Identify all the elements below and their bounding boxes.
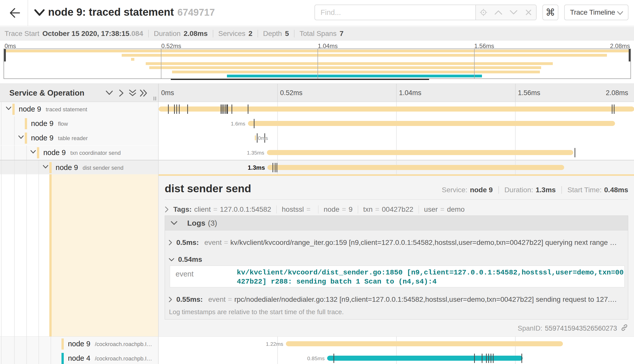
row-expand-chevron-icon[interactable]	[30, 150, 36, 155]
detail-title-separator	[165, 199, 628, 200]
timeline-tick-label: 0.52ms	[280, 89, 303, 97]
indent-guide	[14, 131, 15, 145]
minimap-span-bar	[227, 75, 482, 77]
column-resize-grip[interactable]	[153, 97, 157, 100]
log-entry[interactable]: 0.55ms:event=rpc/nodedialer/nodedialer.g…	[165, 292, 628, 307]
log-timestamp: 0.54ms	[178, 255, 202, 264]
collapse-title-chevron-icon[interactable]	[34, 8, 45, 17]
minimap-span-bar	[122, 54, 607, 57]
span-color-bar	[25, 133, 27, 144]
operation-name: traced statement	[46, 105, 87, 113]
summary-value: 7	[340, 30, 344, 38]
summary-value: 2	[248, 30, 252, 38]
log-field-value: kv/kvclient/kvcoord/dist_sender.go:1850 …	[237, 266, 624, 287]
trace-view-label: Trace Timeline	[570, 8, 615, 16]
log-field-value: kv/kvclient/kvcoord/range_iter.go:159 [n…	[230, 239, 617, 247]
tag-item: hostssl=	[282, 205, 313, 213]
find-group	[314, 5, 537, 20]
expand-one-chevron-right-icon[interactable]	[117, 89, 126, 97]
trace-view-select[interactable]: Trace Timeline	[564, 5, 628, 20]
span-detail-overview: Service:node 9Duration:1.3msStart Time:0…	[442, 186, 628, 194]
find-next-icon[interactable]	[509, 7, 519, 17]
service-name: node 9	[68, 340, 90, 348]
keyboard-shortcuts-button[interactable]: ⌘	[542, 5, 558, 20]
minimap-left-scrubber[interactable]	[4, 49, 6, 61]
row-expand-chevron-icon[interactable]	[43, 165, 49, 170]
find-input[interactable]	[315, 5, 475, 20]
operation-name: dist sender send	[83, 164, 123, 171]
span-log-tick	[225, 104, 226, 114]
span-log-tick	[521, 354, 522, 363]
command-icon: ⌘	[546, 7, 555, 18]
span-duration-bar[interactable]	[159, 106, 634, 112]
tags-expand-chevron-icon	[165, 206, 169, 213]
row-left-edge-guide	[1, 337, 2, 351]
minimap-span-bar	[149, 66, 541, 69]
find-prev-icon[interactable]	[493, 7, 503, 17]
tag-item: client=127.0.0.1:54582	[194, 205, 271, 213]
log-equals: =	[228, 295, 232, 304]
page-title: node 9: traced statement6749717	[48, 6, 215, 18]
span-row-node-9-traced-statement[interactable]: node 9traced statement	[0, 102, 634, 116]
row-expand-chevron-icon[interactable]	[18, 135, 24, 141]
row-left-edge-guide	[1, 145, 2, 160]
header-column-divider	[158, 84, 159, 102]
span-row-node-9-dist-sender-send[interactable]: node 9dist sender send1.3ms	[0, 160, 634, 174]
log-entry[interactable]: 0.5ms:event=kv/kvclient/kvcoord/range_it…	[165, 235, 628, 250]
span-row-node-9-table-reader[interactable]: node 9table reader0ms	[0, 131, 634, 145]
row-left-edge-guide	[1, 116, 2, 131]
find-icon-group	[475, 5, 536, 20]
span-duration-bar[interactable]	[248, 121, 615, 126]
span-log-tick	[222, 104, 223, 114]
timeline-header-gridline	[396, 84, 397, 102]
logs-accordion: Logs (3) 0.5ms:event=kv/kvclient/kvcoord…	[165, 216, 628, 319]
operation-name: /cockroach.roachpb.I…	[95, 340, 152, 348]
span-row-node-9-txn-coordinator-send[interactable]: node 9txn coordinator send1.35ms	[0, 145, 634, 160]
log-timestamp: 0.5ms:	[176, 239, 199, 247]
span-duration-label: 1.6ms	[231, 116, 245, 131]
span-duration-bar[interactable]	[267, 165, 564, 170]
span-duration-bar[interactable]	[255, 135, 256, 140]
row-name-column: node 9/cockroach.roachpb.I…	[0, 337, 158, 351]
overview-value: 1.3ms	[536, 186, 556, 194]
row-timeline-cell	[159, 102, 634, 116]
tag-item: txn=00427b22	[363, 205, 413, 213]
clear-find-icon[interactable]	[523, 7, 534, 17]
minimap-tick-label: 0ms	[5, 42, 16, 50]
span-duration-bar[interactable]	[267, 150, 573, 155]
row-name-column: node 9txn coordinator send	[0, 145, 158, 160]
span-row-node-9-cockroach-roachpb-i[interactable]: node 9/cockroach.roachpb.I…1.22ms	[0, 337, 634, 351]
log-entry-expanded-header[interactable]: 0.54ms	[165, 253, 628, 266]
timeline-tick-label: 1.56ms	[518, 89, 540, 97]
operation-name: txn coordinator send	[70, 149, 121, 156]
span-row-node-9-flow[interactable]: node 9flow1.6ms	[0, 116, 634, 131]
minimap-canvas[interactable]	[4, 49, 631, 79]
summary-label: Total Spans	[300, 30, 336, 38]
span-log-tick	[187, 104, 188, 114]
tag-equals: =	[342, 205, 346, 213]
service-name: node 9	[19, 105, 41, 113]
span-log-tick	[221, 104, 221, 114]
service-name: node 9	[31, 134, 54, 142]
collapse-one-chevron-down-icon[interactable]	[105, 89, 114, 97]
tag-equals: =	[375, 205, 379, 213]
service-name: node 4	[68, 354, 90, 362]
indent-guide	[51, 337, 51, 351]
deep-link-icon[interactable]	[621, 324, 628, 333]
expand-all-double-chevron-right-icon[interactable]	[139, 89, 148, 97]
minimap-right-scrubber[interactable]	[629, 49, 630, 61]
log-fields-table: eventkv/kvclient/kvcoord/dist_sender.go:…	[170, 266, 625, 287]
collapse-all-double-chevron-down-icon[interactable]	[128, 89, 137, 97]
span-row-node-4-cockroach-roachpb-i[interactable]: node 4/cockroach.roachpb.I…0.85ms	[0, 351, 634, 364]
log-field-value: rpc/nodedialer/nodedialer.go:132 [n9,cli…	[234, 295, 617, 304]
minimap-tick-label: 1.04ms	[318, 42, 338, 50]
span-log-tick	[277, 163, 277, 172]
back-button[interactable]	[0, 0, 28, 26]
trace-page: node 9: traced statement6749717 ⌘ Tra	[0, 0, 634, 364]
logs-header[interactable]: Logs (3)	[165, 216, 628, 230]
span-duration-bar[interactable]	[286, 341, 563, 346]
log-expand-chevron-icon	[168, 296, 172, 303]
row-expand-chevron-icon[interactable]	[6, 106, 12, 112]
locate-icon[interactable]	[478, 7, 489, 17]
tags-accordion[interactable]: Tags: client=127.0.0.1:54582hostssl=node…	[165, 202, 465, 217]
